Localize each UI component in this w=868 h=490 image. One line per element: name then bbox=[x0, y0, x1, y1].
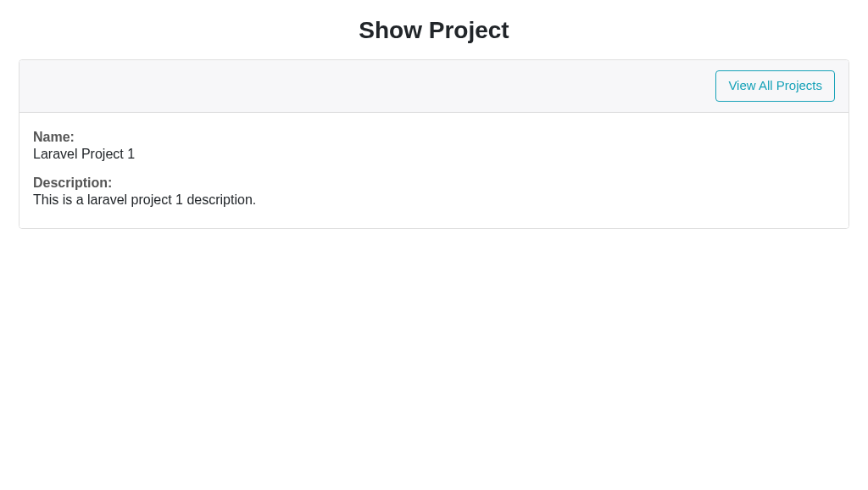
field-description: Description: This is a laravel project 1… bbox=[33, 175, 835, 208]
page-title: Show Project bbox=[19, 17, 849, 44]
view-all-projects-button[interactable]: View All Projects bbox=[715, 70, 835, 102]
card-body: Name: Laravel Project 1 Description: Thi… bbox=[19, 113, 849, 228]
name-label: Name: bbox=[33, 130, 835, 145]
description-value: This is a laravel project 1 description. bbox=[33, 192, 256, 207]
description-label: Description: bbox=[33, 175, 835, 191]
card-header: View All Projects bbox=[19, 60, 849, 113]
project-card: View All Projects Name: Laravel Project … bbox=[19, 59, 849, 229]
field-name: Name: Laravel Project 1 bbox=[33, 130, 835, 162]
name-value: Laravel Project 1 bbox=[33, 147, 135, 161]
page-container: Show Project View All Projects Name: Lar… bbox=[19, 17, 849, 229]
